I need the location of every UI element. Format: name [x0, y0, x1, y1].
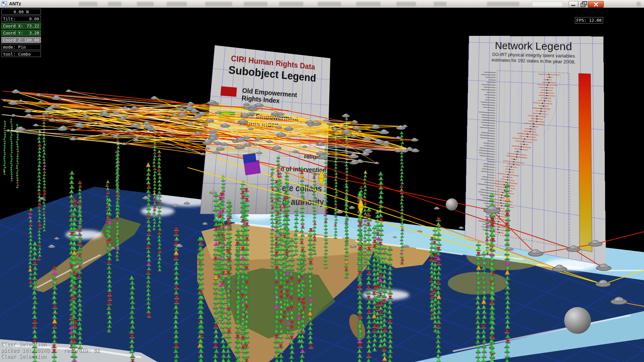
occluded-legend-text: al authority	[282, 196, 324, 207]
antz-window: ANTz CIRI Human Rights Data Subobject L	[0, 0, 644, 362]
titlebar-ghost-artifact	[167, 2, 187, 6]
titlebar-ghost-artifact	[637, 2, 641, 6]
network-legend-panel[interactable]: Network Legend DO-IRT physical integrity…	[465, 36, 606, 266]
titlebar[interactable]: ANTz	[0, 0, 644, 8]
hud-coord-z: Coord Z:180.00	[1, 37, 41, 43]
titlebar-ghost-artifact	[434, 2, 446, 6]
legend-entry-old-empowerment: Old EmpowermentRights Index	[220, 85, 325, 108]
titlebar-ghost-artifact	[244, 2, 267, 6]
titlebar-ghost-artifact	[79, 2, 97, 6]
status-line-clear-selection[interactable]: Clear Selection	[1, 341, 100, 348]
legend-entry-label: New EmpowermentRights Index	[239, 111, 299, 130]
hud-tool: tool: Combo	[1, 51, 41, 57]
titlebar-ghost-artifact	[487, 2, 519, 6]
titlebar-ghost-artifact	[137, 2, 154, 6]
legend-swatch-green	[218, 111, 235, 122]
status-line-picked: picked id: 30248recordID: 82	[1, 348, 100, 354]
network-legend-subtitle: DO-IRT physical integrity latent variabl…	[468, 51, 603, 66]
minimize-icon	[571, 5, 575, 6]
legend-entry-label: Old EmpowermentRights Index	[241, 87, 297, 106]
legend-swatch-red	[220, 86, 237, 97]
close-button[interactable]	[588, 1, 604, 8]
titlebar-ghost-artifact	[108, 2, 121, 6]
titlebar-ghost-artifact	[396, 2, 416, 6]
status-readout: Clear Selection picked id: 30248recordID…	[1, 341, 100, 360]
hud-coord-x: Coord X:73.22	[1, 23, 41, 29]
occluded-legend-text: religion	[304, 153, 325, 161]
hud-heading: 0.00 N	[1, 9, 41, 15]
minimize-button[interactable]	[569, 1, 578, 8]
maximize-icon	[581, 3, 585, 7]
titlebar-ghost-artifact	[205, 2, 232, 6]
hud-coord-y: Coord Y:3.20	[1, 30, 41, 36]
fps-indicator: FPS: 12.00	[575, 17, 603, 23]
hud-panel: 0.00 N Tilt:0.00 Coord X:73.22 Coord Y:3…	[1, 9, 42, 58]
viewport-3d[interactable]: CIRI Human Rights Data Subobject Legend …	[0, 8, 644, 362]
window-title: ANTz	[9, 1, 21, 6]
hud-mode: mode: Pin	[1, 44, 41, 50]
subobject-legend-panel[interactable]: CIRI Human Rights Data Subobject Legend …	[200, 45, 330, 214]
maximize-button[interactable]	[578, 1, 588, 8]
app-icon	[2, 1, 7, 6]
titlebar-ghost-artifact	[279, 2, 303, 6]
occluded-legend-text: ete collaps	[282, 183, 322, 194]
caterpillar-chart	[468, 67, 601, 261]
titlebar-ghost-artifact	[318, 2, 341, 6]
titlebar-ghost-artifact	[532, 2, 563, 7]
hud-tilt: Tilt:0.00	[1, 16, 41, 22]
titlebar-ghost-artifact	[356, 2, 380, 6]
occluded-legend-text: d of intervention	[280, 165, 326, 174]
status-line-clear-selection[interactable]: Clear Selection	[1, 354, 100, 360]
legend-entry-new-empowerment: New EmpowermentRights Index	[218, 110, 325, 132]
